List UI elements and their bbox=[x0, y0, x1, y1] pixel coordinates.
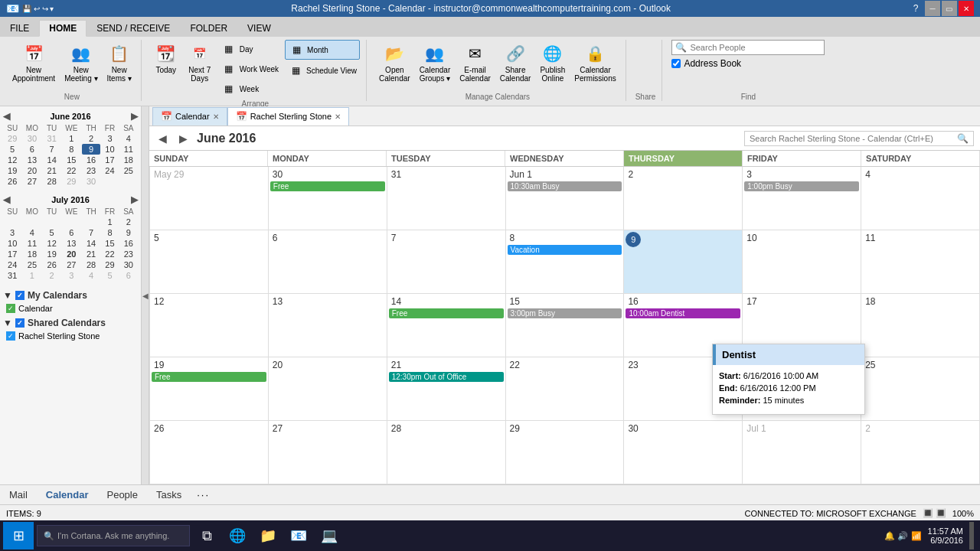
mini-date[interactable]: 19 bbox=[42, 249, 60, 259]
close-button[interactable]: ✕ bbox=[959, 1, 974, 16]
mini-date[interactable]: 1 bbox=[61, 133, 82, 144]
shared-calendars-header[interactable]: ▼ ✓ Shared Calendars bbox=[3, 315, 138, 330]
mini-date[interactable]: 3 bbox=[100, 133, 119, 144]
mini-date[interactable]: 23 bbox=[119, 249, 138, 259]
mini-date[interactable]: 18 bbox=[119, 155, 138, 165]
mini-date[interactable]: 6 bbox=[61, 227, 82, 238]
new-appointment-button[interactable]: 📅 NewAppointment bbox=[9, 40, 58, 84]
event-dentist-jun16[interactable]: 10:00am Dentist bbox=[626, 308, 740, 318]
tab-file[interactable]: FILE bbox=[0, 20, 39, 37]
shared-cal-checkbox[interactable]: ✓ bbox=[6, 331, 15, 341]
mini-date[interactable]: 12 bbox=[42, 238, 60, 249]
mini-date[interactable]: 10 bbox=[100, 144, 119, 155]
mini-date[interactable]: 16 bbox=[82, 155, 100, 165]
open-calendar-button[interactable]: 📂 OpenCalendar bbox=[376, 40, 413, 84]
mini-date[interactable]: 22 bbox=[61, 165, 82, 176]
cal-prev-button[interactable]: ◀ bbox=[155, 131, 170, 146]
june-prev-button[interactable]: ◀ bbox=[3, 111, 10, 122]
cell-jun1[interactable]: Jun 1 10:30am Busy bbox=[506, 167, 625, 230]
mini-date[interactable]: 1 bbox=[100, 217, 119, 227]
cell-jun28[interactable]: 28 bbox=[387, 421, 506, 484]
next7days-button[interactable]: 📅 Next 7Days bbox=[185, 40, 215, 84]
event-vacation-jun8[interactable]: Vacation bbox=[508, 245, 622, 255]
search-people-input[interactable]: 🔍 bbox=[671, 40, 825, 55]
restore-button[interactable]: ▭ bbox=[942, 1, 957, 16]
day-view-button[interactable]: ▦ Day bbox=[218, 40, 282, 58]
mini-date[interactable]: 17 bbox=[100, 155, 119, 165]
work-week-button[interactable]: ▦ Work Week bbox=[218, 60, 282, 78]
mini-date-today[interactable]: 9 bbox=[82, 144, 100, 155]
cell-may29[interactable]: May 29 bbox=[150, 167, 269, 230]
mini-date[interactable]: 20 bbox=[21, 165, 42, 176]
email-calendar-button[interactable]: ✉ E-mailCalendar bbox=[456, 40, 494, 84]
cell-jun21[interactable]: 21 12:30pm Out of Office bbox=[387, 357, 506, 421]
mini-date[interactable]: 5 bbox=[42, 227, 60, 238]
mini-date[interactable]: 27 bbox=[61, 259, 82, 270]
mini-date[interactable]: 22 bbox=[100, 249, 119, 259]
cell-jul1[interactable]: Jul 1 bbox=[743, 421, 861, 484]
nav-people[interactable]: People bbox=[103, 487, 140, 502]
mini-date[interactable]: 2 bbox=[119, 217, 138, 227]
cell-jun3[interactable]: 3 1:00pm Busy bbox=[743, 167, 861, 230]
calendar-tab-close[interactable]: ✕ bbox=[213, 112, 219, 121]
mini-date[interactable]: 16 bbox=[119, 238, 138, 249]
share-calendar-button[interactable]: 🔗 ShareCalendar bbox=[497, 40, 534, 84]
cell-jun11[interactable]: 11 bbox=[861, 230, 980, 294]
june-next-button[interactable]: ▶ bbox=[131, 111, 138, 122]
mini-date[interactable]: 14 bbox=[42, 155, 60, 165]
taskbar-explorer[interactable]: 📁 bbox=[254, 522, 282, 549]
mini-date[interactable]: 28 bbox=[82, 259, 100, 270]
address-book-checkbox[interactable] bbox=[671, 59, 681, 68]
publish-online-button[interactable]: 🌐 PublishOnline bbox=[537, 40, 568, 84]
mini-date[interactable]: 27 bbox=[21, 176, 42, 187]
mini-date[interactable]: 20 bbox=[61, 249, 82, 259]
sidebar-collapse-handle[interactable]: ◀ bbox=[142, 106, 149, 484]
window-controls-right[interactable]: ? ─ ▭ ✕ bbox=[908, 1, 974, 16]
mini-date[interactable]: 24 bbox=[100, 165, 119, 176]
event-busy-jun1[interactable]: 10:30am Busy bbox=[508, 181, 622, 191]
mini-date[interactable]: 29 bbox=[100, 259, 119, 270]
cell-jun18[interactable]: 18 bbox=[861, 294, 980, 357]
mini-date[interactable]: 30 bbox=[82, 176, 100, 187]
mini-date[interactable]: 31 bbox=[42, 133, 60, 144]
mini-date[interactable]: 24 bbox=[3, 259, 21, 270]
nav-calendar[interactable]: Calendar bbox=[43, 487, 92, 502]
my-calendars-checkbox[interactable]: ✓ bbox=[15, 291, 24, 300]
mini-date[interactable]: 17 bbox=[3, 249, 21, 259]
mini-date[interactable]: 15 bbox=[100, 238, 119, 249]
mini-date[interactable]: 8 bbox=[100, 227, 119, 238]
mini-date[interactable]: 14 bbox=[82, 238, 100, 249]
july-prev-button[interactable]: ◀ bbox=[3, 194, 10, 205]
mini-date[interactable]: 26 bbox=[3, 176, 21, 187]
cal-search-input[interactable] bbox=[750, 134, 957, 143]
mini-date[interactable]: 6 bbox=[119, 270, 138, 281]
mini-date[interactable]: 3 bbox=[3, 227, 21, 238]
calendar-tab[interactable]: 📅 Calendar ✕ bbox=[152, 107, 227, 126]
cell-may30[interactable]: 30 Free bbox=[269, 167, 387, 230]
mini-date[interactable]: 26 bbox=[42, 259, 60, 270]
new-meeting-button[interactable]: 👥 NewMeeting ▾ bbox=[61, 40, 100, 84]
mini-date[interactable]: 21 bbox=[42, 165, 60, 176]
mini-date[interactable]: 30 bbox=[21, 133, 42, 144]
event-busy-jun3[interactable]: 1:00pm Busy bbox=[744, 181, 859, 191]
my-calendars-header[interactable]: ▼ ✓ My Calendars bbox=[3, 287, 138, 302]
nav-mail[interactable]: Mail bbox=[6, 487, 31, 502]
new-items-button[interactable]: 📋 NewItems ▾ bbox=[104, 40, 135, 84]
cell-jun30[interactable]: 30 bbox=[624, 421, 743, 484]
cell-jun20[interactable]: 20 bbox=[269, 357, 387, 421]
my-cal-checkbox[interactable]: ✓ bbox=[6, 304, 15, 313]
mini-date[interactable]: 8 bbox=[61, 144, 82, 155]
mini-date[interactable]: 13 bbox=[21, 155, 42, 165]
tab-folder[interactable]: FOLDER bbox=[180, 20, 237, 37]
taskbar-app[interactable]: 💻 bbox=[315, 522, 343, 549]
cell-jun22[interactable]: 22 bbox=[506, 357, 625, 421]
month-view-button[interactable]: ▦ Month bbox=[285, 40, 360, 60]
mini-date[interactable]: 6 bbox=[21, 144, 42, 155]
cell-may31[interactable]: 31 bbox=[387, 167, 506, 230]
event-outofoffice-jun21[interactable]: 12:30pm Out of Office bbox=[389, 372, 504, 382]
rachel-tab-close[interactable]: ✕ bbox=[335, 112, 341, 121]
cell-jun29[interactable]: 29 bbox=[506, 421, 625, 484]
mini-date[interactable]: 25 bbox=[119, 165, 138, 176]
address-book-button[interactable]: Address Book bbox=[671, 58, 741, 69]
cell-jun6[interactable]: 6 bbox=[269, 230, 387, 294]
